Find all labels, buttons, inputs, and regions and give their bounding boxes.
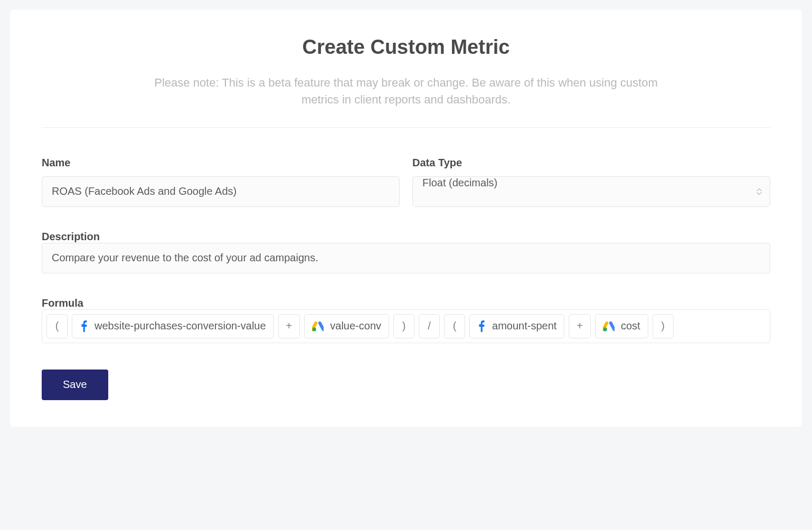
formula-token-fb-amount-spent[interactable]: amount-spent: [469, 314, 564, 338]
page-title: Create Custom Metric: [42, 36, 770, 59]
formula-token-paren-close[interactable]: ): [653, 314, 674, 338]
svg-point-2: [313, 327, 316, 331]
datatype-field-group: Data Type Float (decimals): [412, 157, 770, 207]
formula-field-group: Formula ( website-purchases-conversion-v…: [42, 297, 770, 343]
facebook-icon: [477, 320, 486, 333]
divider: [42, 127, 770, 128]
formula-token-fb-conversion-value[interactable]: website-purchases-conversion-value: [72, 314, 274, 338]
formula-token-paren-open[interactable]: (: [46, 314, 68, 338]
datatype-label: Data Type: [412, 157, 770, 169]
beta-warning: Please note: This is a beta feature that…: [147, 74, 665, 108]
description-label: Description: [42, 231, 100, 242]
formula-token-paren-open[interactable]: (: [444, 314, 465, 338]
svg-rect-1: [318, 321, 324, 332]
create-metric-card: Create Custom Metric Please note: This i…: [10, 10, 802, 427]
formula-token-plus[interactable]: +: [569, 314, 591, 338]
formula-token-label: cost: [621, 320, 640, 332]
svg-point-5: [603, 327, 607, 331]
formula-token-label: value-conv: [330, 320, 381, 332]
svg-rect-4: [609, 321, 615, 332]
formula-token-label: amount-spent: [492, 320, 556, 332]
save-button[interactable]: Save: [42, 370, 108, 400]
formula-token-label: website-purchases-conversion-value: [95, 320, 266, 332]
google-ads-icon: [312, 321, 324, 332]
formula-token-gads-cost[interactable]: cost: [595, 314, 648, 338]
google-ads-icon: [603, 321, 615, 332]
formula-token-plus[interactable]: +: [278, 314, 300, 338]
formula-token-divide[interactable]: /: [419, 314, 440, 338]
name-input[interactable]: [42, 176, 400, 207]
formula-token-gads-value-conv[interactable]: value-conv: [304, 314, 389, 338]
facebook-icon: [80, 320, 88, 333]
name-label: Name: [42, 157, 400, 169]
description-field-group: Description: [42, 231, 770, 273]
formula-token-paren-close[interactable]: ): [393, 314, 414, 338]
name-field-group: Name: [42, 157, 400, 207]
datatype-select-wrap: Float (decimals): [412, 176, 770, 207]
description-input[interactable]: [42, 243, 770, 273]
datatype-select[interactable]: Float (decimals): [412, 176, 770, 207]
formula-builder[interactable]: ( website-purchases-conversion-value + v…: [42, 309, 770, 343]
formula-label: Formula: [42, 297, 83, 309]
name-type-row: Name Data Type Float (decimals): [42, 157, 770, 207]
